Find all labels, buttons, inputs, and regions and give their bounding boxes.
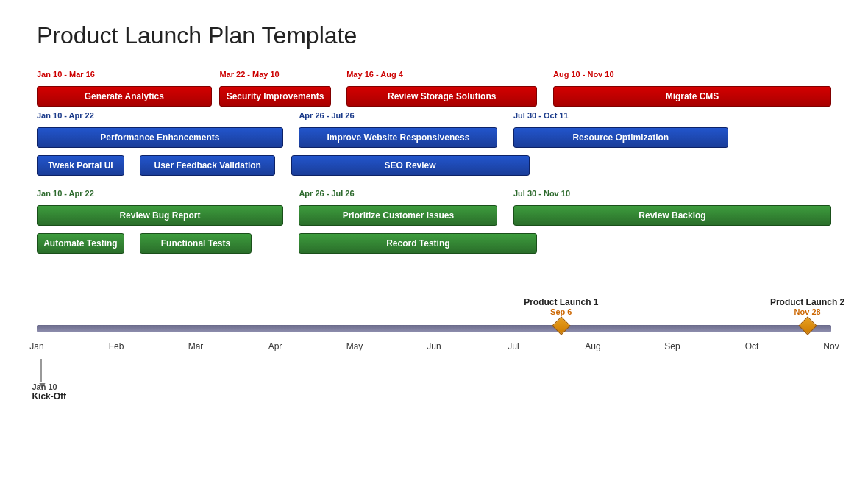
milestone-label: Product Launch 2Nov 28 bbox=[770, 297, 844, 318]
blue-bars-row1: Performance EnhancementsImprove Website … bbox=[37, 124, 831, 151]
date-label: Jul 30 - Oct 11 bbox=[513, 111, 569, 120]
gantt-bar: Record Testing bbox=[299, 233, 537, 254]
date-label: May 16 - Aug 4 bbox=[346, 70, 403, 79]
gantt-bar: Generate Analytics bbox=[37, 86, 212, 107]
gantt-bar: Prioritize Customer Issues bbox=[299, 205, 497, 226]
milestone-diamond bbox=[552, 316, 570, 335]
month-label: Nov bbox=[823, 341, 839, 351]
date-label: Apr 26 - Jul 26 bbox=[299, 189, 354, 198]
green-date-row1: Jan 10 - Apr 22Apr 26 - Jul 26Jul 30 - N… bbox=[37, 189, 831, 202]
gantt-bar: SEO Review bbox=[291, 155, 530, 176]
milestone-date: Sep 6 bbox=[524, 307, 598, 316]
blue-bars-row2: Tweak Portal UIUser Feedback ValidationS… bbox=[37, 152, 831, 179]
kickoff-date: Jan 10 bbox=[32, 382, 57, 391]
month-label: Jun bbox=[427, 341, 441, 351]
month-labels: JanFebMarAprMayJunJulAugSepOctNov bbox=[37, 341, 831, 359]
date-label: Jan 10 - Apr 22 bbox=[37, 189, 94, 198]
gantt-bar: Performance Enhancements bbox=[37, 127, 283, 148]
date-label: Apr 26 - Jul 26 bbox=[299, 111, 354, 120]
month-label: Jan bbox=[29, 341, 43, 351]
month-label: May bbox=[346, 341, 363, 351]
gantt-bar: Functional Tests bbox=[140, 233, 251, 254]
gantt-bar: Review Storage Solutions bbox=[346, 86, 537, 107]
gantt-bar: Improve Website Responsiveness bbox=[299, 127, 497, 148]
blue-date-row1: Jan 10 - Apr 22Apr 26 - Jul 26Jul 30 - O… bbox=[37, 111, 831, 124]
milestone-name: Product Launch 2 bbox=[770, 297, 844, 307]
gantt-bar: User Feedback Validation bbox=[140, 155, 275, 176]
date-label: Jan 10 - Mar 16 bbox=[37, 70, 95, 79]
timeline-section: Product Launch 1Sep 6Product Launch 2Nov… bbox=[37, 277, 831, 394]
month-label: Aug bbox=[585, 341, 600, 351]
page-title: Product Launch Plan Template bbox=[37, 22, 839, 49]
date-label: Jan 10 - Apr 22 bbox=[37, 111, 94, 120]
gantt-bar: Security Improvements bbox=[219, 86, 330, 107]
page: Product Launch Plan Template Jan 10 - Ma… bbox=[0, 0, 868, 489]
month-label: Feb bbox=[109, 341, 124, 351]
date-label: Mar 22 - May 10 bbox=[219, 70, 279, 79]
milestone-label: Product Launch 1Sep 6 bbox=[524, 297, 598, 318]
gantt-bar: Resource Optimization bbox=[513, 127, 728, 148]
date-label: Jul 30 - Nov 10 bbox=[513, 189, 570, 198]
kickoff-section: ▼Jan 10Kick-Off bbox=[37, 359, 831, 394]
kickoff-label: Kick-Off bbox=[32, 391, 66, 401]
month-label: Apr bbox=[268, 341, 282, 351]
month-label: Oct bbox=[745, 341, 759, 351]
green-bars-row1: Review Bug ReportPrioritize Customer Iss… bbox=[37, 202, 831, 229]
milestone-name: Product Launch 1 bbox=[524, 297, 598, 307]
milestone-labels: Product Launch 1Sep 6Product Launch 2Nov… bbox=[37, 277, 831, 318]
gantt-bar: Migrate CMS bbox=[553, 86, 831, 107]
red-bars-row: Generate AnalyticsSecurity ImprovementsR… bbox=[37, 83, 831, 110]
gantt-bar: Review Bug Report bbox=[37, 205, 283, 226]
month-label: Sep bbox=[664, 341, 680, 351]
milestone-diamond bbox=[798, 316, 817, 335]
gantt-bar: Tweak Portal UI bbox=[37, 155, 124, 176]
month-label: Jul bbox=[508, 341, 519, 351]
date-label: Aug 10 - Nov 10 bbox=[553, 70, 614, 79]
green-bars-row2: Automate TestingFunctional TestsRecord T… bbox=[37, 230, 831, 257]
timeline-bar bbox=[37, 318, 831, 338]
milestone-date: Nov 28 bbox=[770, 307, 844, 316]
red-date-row: Jan 10 - Mar 16Mar 22 - May 10May 16 - A… bbox=[37, 70, 831, 83]
gantt-bar: Review Backlog bbox=[513, 205, 831, 226]
gantt-area: Jan 10 - Mar 16Mar 22 - May 10May 16 - A… bbox=[37, 70, 831, 394]
gantt-bar: Automate Testing bbox=[37, 233, 124, 254]
month-label: Mar bbox=[188, 341, 204, 351]
